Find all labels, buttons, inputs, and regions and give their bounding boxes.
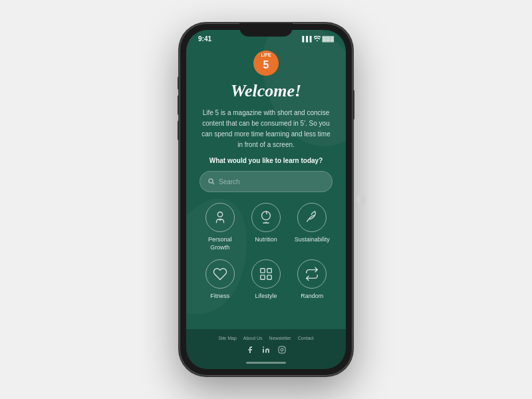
scroll-indicator xyxy=(356,195,366,204)
category-personal-growth[interactable]: PersonalGrowth xyxy=(200,203,240,251)
power-button xyxy=(352,90,354,120)
scroll-content[interactable]: LIFE 5 Welcome! Life 5 is a magazine wit… xyxy=(186,45,346,329)
home-indicator xyxy=(246,362,286,364)
search-bar[interactable] xyxy=(200,171,332,192)
category-nutrition[interactable]: Nutrition xyxy=(245,203,286,251)
svg-rect-5 xyxy=(261,275,265,279)
footer-contact[interactable]: Contact xyxy=(298,336,314,340)
svg-point-0 xyxy=(209,179,213,183)
signal-icon: ▐▐▐ xyxy=(300,36,311,42)
status-icons: ▐▐▐ ▓▓▓ xyxy=(300,36,334,43)
phone-frame: 9:41 ▐▐▐ ▓▓▓ LIFE 5 xyxy=(180,23,352,376)
battery-icon: ▓▓▓ xyxy=(323,36,334,42)
search-input[interactable] xyxy=(219,178,324,186)
footer-sitemap[interactable]: Site Map xyxy=(218,336,237,340)
svg-rect-6 xyxy=(267,275,271,279)
lifestyle-label: Lifestyle xyxy=(255,293,277,301)
lifestyle-icon-circle xyxy=(251,259,281,289)
category-lifestyle[interactable]: Lifestyle xyxy=(245,259,286,301)
footer-socials xyxy=(245,344,287,355)
footer-newsletter[interactable]: Newsletter xyxy=(269,336,291,340)
category-grid: PersonalGrowth Nutrition xyxy=(200,203,332,301)
linkedin-icon[interactable] xyxy=(261,344,271,355)
category-random[interactable]: Random xyxy=(292,259,332,301)
svg-rect-4 xyxy=(267,269,271,273)
app-logo[interactable]: LIFE 5 xyxy=(253,51,279,76)
sustainability-label: Sustainability xyxy=(295,236,330,244)
nutrition-icon-circle xyxy=(251,203,281,232)
svg-point-7 xyxy=(263,346,264,348)
category-fitness[interactable]: Fitness xyxy=(200,259,240,301)
logo-small-text: LIFE xyxy=(261,53,271,57)
volume-up-button xyxy=(178,95,180,115)
fitness-label: Fitness xyxy=(210,293,229,301)
learn-question: What would you like to learn today? xyxy=(209,157,323,164)
footer: Site Map About Us Newsletter Contact xyxy=(186,329,346,369)
svg-point-9 xyxy=(281,348,283,351)
svg-rect-3 xyxy=(261,269,265,273)
volume-down-button xyxy=(178,120,180,140)
logo-number: 5 xyxy=(263,60,269,70)
notch xyxy=(239,23,293,37)
search-icon xyxy=(208,176,215,188)
random-icon-circle xyxy=(297,259,327,289)
svg-point-10 xyxy=(283,348,284,348)
footer-links: Site Map About Us Newsletter Contact xyxy=(218,336,314,340)
random-label: Random xyxy=(301,293,323,301)
svg-point-2 xyxy=(217,212,222,217)
footer-about[interactable]: About Us xyxy=(243,336,263,340)
personal-growth-icon-circle xyxy=(205,203,235,232)
category-sustainability[interactable]: Sustainability xyxy=(292,203,332,251)
sustainability-icon-circle xyxy=(297,203,327,232)
mute-button xyxy=(178,76,180,90)
instagram-icon[interactable] xyxy=(277,344,287,355)
svg-rect-8 xyxy=(279,346,285,353)
wifi-icon xyxy=(314,36,321,43)
svg-line-1 xyxy=(213,183,215,185)
facebook-icon[interactable] xyxy=(245,344,255,355)
phone-screen: 9:41 ▐▐▐ ▓▓▓ LIFE 5 xyxy=(186,30,346,369)
welcome-title: Welcome! xyxy=(231,81,301,101)
personal-growth-label: PersonalGrowth xyxy=(208,236,232,251)
fitness-icon-circle xyxy=(205,259,235,289)
status-time: 9:41 xyxy=(198,35,211,43)
nutrition-label: Nutrition xyxy=(255,236,277,244)
app-description: Life 5 is a magazine with short and conc… xyxy=(200,108,332,150)
